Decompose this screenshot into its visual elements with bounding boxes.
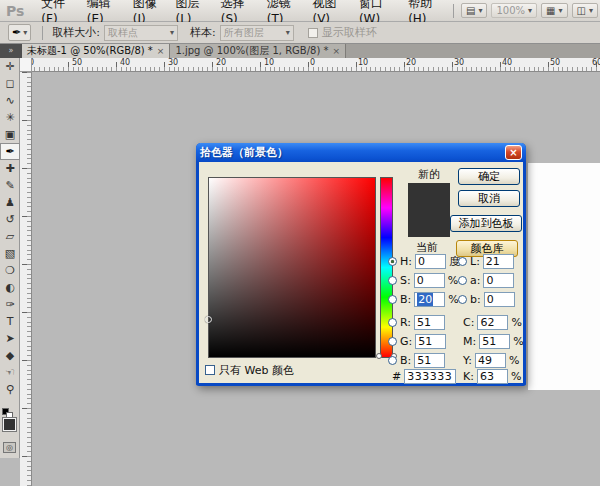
close-icon[interactable]: × — [505, 145, 522, 160]
ok-button[interactable]: 确定 — [458, 168, 520, 185]
zoom-level-dropdown[interactable]: 100% ▾ — [491, 3, 537, 18]
k-input[interactable]: 63 — [477, 369, 508, 384]
default-colors-icon[interactable] — [2, 408, 9, 415]
b-label: B: — [400, 293, 411, 306]
chevron-down-icon: ▾ — [286, 28, 290, 37]
radio-icon[interactable] — [458, 295, 467, 304]
close-icon[interactable]: × — [333, 46, 341, 56]
path-select-tool[interactable]: ➤ — [0, 330, 20, 347]
hue-slider-marker[interactable] — [376, 353, 382, 359]
tool-preset-picker[interactable]: ✒ ▾ — [8, 24, 31, 41]
quick-select-icon: ✳ — [5, 111, 14, 124]
eyedropper-tool[interactable]: ✒ — [0, 143, 20, 160]
ruler-label: 50 — [72, 58, 82, 67]
b-input[interactable]: 20 — [414, 292, 445, 307]
move-tool[interactable]: ✛ — [0, 58, 20, 75]
radio-icon[interactable] — [388, 295, 397, 304]
tab-1-jpg[interactable]: 1.jpg @ 100%(图层 1, RGB/8) * × — [170, 44, 346, 58]
y-input[interactable]: 49 — [475, 353, 506, 368]
ruler-label: 20 — [216, 58, 226, 67]
add-to-swatches-button[interactable]: 添加到色板 — [450, 215, 522, 232]
rgb-b-input[interactable]: 51 — [414, 353, 445, 368]
zoom-tool[interactable]: ⚲ — [0, 381, 20, 398]
sample-size-label: 取样大小: — [52, 25, 100, 40]
document-canvas[interactable] — [528, 163, 600, 390]
c-input[interactable]: 62 — [477, 315, 508, 330]
a-input[interactable]: 0 — [483, 273, 514, 288]
ruler-label: 30 — [454, 58, 464, 67]
path-select-icon: ➤ — [5, 332, 14, 345]
blue-row: B: 51 — [388, 352, 445, 368]
marquee-tool[interactable]: ◻ — [0, 75, 20, 92]
hex-input[interactable]: 333333 — [404, 369, 456, 384]
tab-label: 未标题-1 @ 50%(RGB/8) * — [27, 44, 153, 58]
blur-tool[interactable]: ❍ — [0, 262, 20, 279]
gradient-tool[interactable]: ▧ — [0, 245, 20, 262]
close-icon[interactable]: × — [157, 46, 165, 56]
screen-mode-button[interactable]: ◫ ▾ — [572, 3, 598, 18]
eraser-tool[interactable]: ▱ — [0, 228, 20, 245]
g-input[interactable]: 51 — [415, 334, 446, 349]
crop-tool[interactable]: ▣ — [0, 126, 20, 143]
s-label: S: — [400, 274, 411, 287]
rgb-b-label: B: — [400, 354, 411, 367]
view-extras-button[interactable]: ▦ ▾ — [541, 3, 567, 18]
radio-icon[interactable] — [388, 356, 397, 365]
radio-icon[interactable] — [458, 257, 467, 266]
magenta-row: M: 51 % — [463, 333, 524, 349]
launch-bridge-button[interactable]: ▤ ▾ — [461, 3, 487, 18]
history-brush-tool[interactable]: ↺ — [0, 211, 20, 228]
show-sampling-ring-checkbox[interactable]: 显示取样环 — [308, 25, 377, 40]
h-input[interactable]: 0 — [415, 254, 446, 269]
radio-icon[interactable] — [388, 257, 397, 266]
cyan-row: C: 62 % — [463, 314, 522, 330]
healing-brush-tool[interactable]: ✚ — [0, 160, 20, 177]
pen-tool[interactable]: ✑ — [0, 296, 20, 313]
chevron-down-icon: ▾ — [528, 6, 532, 15]
dialog-title-bar[interactable]: 拾色器（前景色） × — [196, 143, 526, 162]
yellow-row: Y: 49 % — [463, 352, 519, 368]
tab-untitled-1[interactable]: 未标题-1 @ 50%(RGB/8) * × — [22, 44, 170, 58]
zoom-level-value: 100% — [496, 5, 525, 16]
saturation-row: S: 0 % — [388, 272, 458, 288]
brightness-row: B: 20 % — [388, 291, 459, 307]
shape-tool[interactable]: ◆ — [0, 347, 20, 364]
sample-size-select[interactable]: 取样点 ▾ — [104, 25, 178, 41]
options-separator — [42, 26, 43, 40]
tab-label: 1.jpg @ 100%(图层 1, RGB/8) * — [175, 44, 328, 58]
ps-logo: Ps — [6, 3, 24, 19]
r-input[interactable]: 51 — [414, 315, 445, 330]
r-label: R: — [400, 316, 411, 329]
y-label: Y: — [463, 354, 472, 367]
lasso-icon: ∿ — [5, 94, 14, 107]
screen-mode-icon: ◫ — [577, 5, 586, 16]
lasso-tool[interactable]: ∿ — [0, 92, 20, 109]
color-field-marker[interactable] — [205, 316, 212, 323]
quick-select-tool[interactable]: ✳ — [0, 109, 20, 126]
brush-tool[interactable]: ✎ — [0, 177, 20, 194]
radio-icon[interactable] — [388, 337, 397, 346]
type-icon: T — [7, 315, 14, 328]
m-input[interactable]: 51 — [479, 334, 510, 349]
h-label: H: — [400, 255, 412, 268]
cancel-button[interactable]: 取消 — [458, 190, 520, 207]
sample-label: 样本: — [190, 25, 216, 40]
lab-b-input[interactable]: 0 — [484, 292, 515, 307]
toolbox-panel-header[interactable]: » — [0, 44, 22, 58]
radio-icon[interactable] — [388, 276, 397, 285]
radio-icon[interactable] — [458, 276, 467, 285]
web-colors-only-checkbox[interactable]: 只有 Web 颜色 — [205, 362, 294, 378]
s-input[interactable]: 0 — [414, 273, 445, 288]
saturation-brightness-field[interactable] — [208, 177, 376, 358]
hand-tool[interactable]: ☜ — [0, 364, 20, 381]
type-tool[interactable]: T — [0, 313, 20, 330]
clone-stamp-tool[interactable]: ♟ — [0, 194, 20, 211]
foreground-color-swatch[interactable] — [3, 418, 16, 431]
l-input[interactable]: 21 — [483, 254, 514, 269]
sample-select[interactable]: 所有图层 ▾ — [220, 25, 294, 41]
horizontal-ruler: 60 50 40 30 20 10 0 10 20 30 40 50 60 — [20, 58, 600, 72]
radio-icon[interactable] — [388, 318, 397, 327]
new-color-label: 新的 — [418, 167, 440, 182]
quick-mask-button[interactable]: ◎ — [3, 442, 16, 453]
dodge-tool[interactable]: ◐ — [0, 279, 20, 296]
